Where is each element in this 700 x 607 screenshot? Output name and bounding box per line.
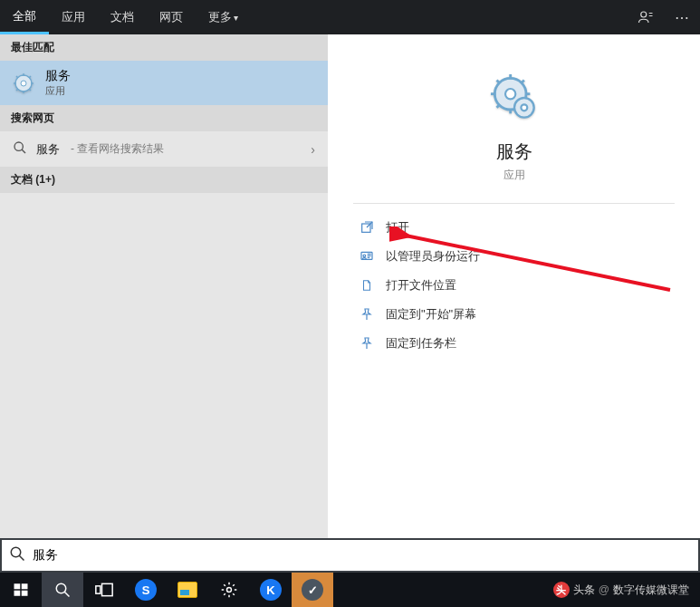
pin-icon: [359, 307, 375, 322]
shield-icon: [359, 249, 375, 264]
best-match-item[interactable]: 服务 应用: [0, 61, 328, 105]
at-sign: @: [599, 583, 609, 596]
search-icon: [9, 545, 25, 565]
taskbar-app-explorer[interactable]: [167, 573, 208, 607]
action-pin-start-label: 固定到"开始"屏幕: [386, 306, 476, 323]
best-match-header: 最佳匹配: [0, 34, 328, 61]
search-icon: [13, 140, 27, 158]
gear-icon: [11, 71, 36, 96]
more-options-icon[interactable]: ⋯: [664, 0, 700, 34]
svg-rect-33: [22, 583, 28, 589]
taskbar-app-sogou[interactable]: S: [125, 573, 167, 607]
svg-rect-39: [102, 583, 113, 595]
svg-point-27: [363, 255, 366, 257]
documents-header[interactable]: 文档 (1+): [0, 167, 328, 193]
app-large-gear-icon: [489, 72, 540, 123]
svg-line-9: [29, 76, 31, 78]
results-panel: 最佳匹配 服务 应用 搜索网页 服务 - 查看网络搜索结果 › 文档 (1+: [0, 34, 328, 538]
tab-documents[interactable]: 文档: [98, 0, 147, 34]
folder-icon: [359, 278, 375, 293]
svg-point-40: [227, 588, 232, 593]
best-match-title: 服务: [45, 68, 71, 84]
svg-line-19: [496, 81, 499, 83]
svg-rect-32: [14, 583, 21, 589]
feedback-icon[interactable]: [628, 0, 664, 34]
svg-line-22: [496, 104, 499, 107]
search-filter-tabs: 全部 应用 文档 网页 更多 ▾ ⋯: [0, 0, 700, 34]
taskbar-app-k[interactable]: K: [250, 573, 292, 607]
svg-point-36: [56, 583, 66, 593]
svg-line-10: [16, 89, 18, 91]
svg-point-2: [21, 81, 26, 86]
tab-web[interactable]: 网页: [147, 0, 196, 34]
tab-all[interactable]: 全部: [0, 0, 49, 34]
task-view-button[interactable]: [83, 573, 125, 607]
web-row-label: 服务: [36, 141, 60, 158]
action-pin-to-start[interactable]: 固定到"开始"屏幕: [353, 300, 675, 329]
search-taskbar-button[interactable]: [42, 573, 83, 607]
action-open-file-location[interactable]: 打开文件位置: [353, 271, 675, 300]
app-subtitle: 应用: [353, 168, 675, 183]
best-match-subtitle: 应用: [45, 84, 71, 98]
tab-more[interactable]: 更多 ▾: [196, 0, 251, 34]
svg-line-21: [521, 81, 523, 83]
watermark: 头 头条 @ 数字传媒微课堂: [553, 582, 700, 598]
svg-point-0: [641, 12, 647, 17]
svg-rect-38: [96, 586, 101, 593]
action-run-admin-label: 以管理员身份运行: [386, 248, 480, 265]
app-title: 服务: [353, 140, 675, 164]
chevron-right-icon: ›: [311, 142, 315, 157]
action-run-as-admin[interactable]: 以管理员身份运行: [353, 242, 675, 271]
search-bar: [0, 538, 700, 573]
svg-point-14: [505, 89, 515, 99]
search-web-item[interactable]: 服务 - 查看网络搜索结果 ›: [0, 131, 328, 167]
chevron-down-icon: ▾: [234, 13, 238, 23]
svg-line-7: [16, 76, 18, 78]
search-input[interactable]: [33, 548, 691, 563]
action-open[interactable]: 打开: [353, 213, 675, 242]
pin-icon: [359, 336, 375, 351]
svg-line-8: [29, 89, 31, 91]
taskbar-app-settings[interactable]: [208, 573, 250, 607]
svg-point-11: [14, 142, 23, 150]
svg-line-31: [19, 555, 24, 560]
start-button[interactable]: [0, 573, 42, 607]
toutiao-icon: 头: [553, 582, 570, 598]
svg-rect-35: [22, 591, 28, 596]
svg-line-12: [22, 149, 25, 153]
action-pin-taskbar-label: 固定到任务栏: [386, 335, 456, 352]
svg-rect-34: [14, 591, 21, 596]
tab-apps[interactable]: 应用: [49, 0, 98, 34]
web-row-hint: - 查看网络搜索结果: [71, 141, 164, 157]
preview-panel: 服务 应用 打开 以管理员身份运行 打开文件位置: [328, 34, 700, 538]
action-open-label: 打开: [386, 219, 409, 236]
svg-line-37: [64, 592, 69, 596]
tab-more-label: 更多: [208, 9, 232, 25]
search-web-header: 搜索网页: [0, 105, 328, 131]
open-icon: [359, 220, 375, 235]
divider: [353, 203, 675, 204]
svg-point-30: [11, 547, 21, 557]
action-open-location-label: 打开文件位置: [386, 277, 456, 294]
credit-author: 数字传媒微课堂: [613, 583, 689, 598]
credit-label: 头条: [573, 583, 595, 598]
svg-point-24: [521, 104, 527, 111]
action-pin-to-taskbar[interactable]: 固定到任务栏: [353, 329, 675, 358]
taskbar-app-browser[interactable]: ✓: [292, 573, 333, 607]
taskbar: S K ✓ 头 头条 @ 数字传媒微课堂: [0, 573, 700, 607]
